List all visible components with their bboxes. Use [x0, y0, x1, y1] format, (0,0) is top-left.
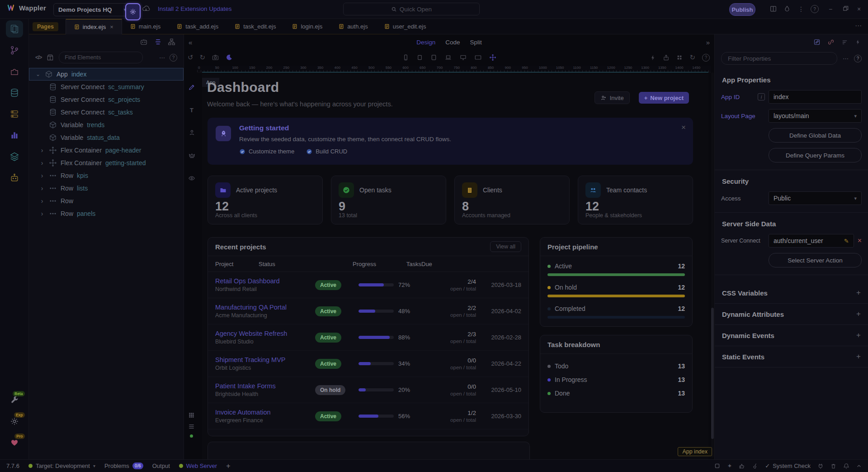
- invite-button[interactable]: Invite: [594, 91, 630, 104]
- split-view-icon[interactable]: [769, 5, 777, 13]
- menu-kebab-icon[interactable]: ⋮: [798, 5, 804, 13]
- tree-chevron-icon[interactable]: [39, 210, 45, 217]
- rail-tools-icon[interactable]: Beta: [6, 391, 23, 409]
- tree-item[interactable]: Server Connect sc_projects: [29, 93, 184, 106]
- web-server-button[interactable]: Web Server: [179, 462, 217, 469]
- tree-item[interactable]: Row lists: [29, 182, 184, 195]
- add-plus-icon[interactable]: +: [856, 331, 861, 340]
- add-panel-icon[interactable]: +: [226, 462, 230, 470]
- trash-icon[interactable]: [830, 463, 836, 469]
- grid-guides-icon[interactable]: [676, 54, 683, 61]
- tree-item[interactable]: Flex Container getting-started: [29, 157, 184, 169]
- canvas-help-icon[interactable]: ?: [702, 54, 710, 62]
- editor-tab[interactable]: auth.ejs: [330, 19, 376, 34]
- tree-view-icon[interactable]: [168, 38, 175, 46]
- rail-git-icon[interactable]: [6, 42, 23, 59]
- settings-gear-button[interactable]: [125, 3, 141, 20]
- list-view-icon[interactable]: [154, 38, 162, 46]
- install-updates-link[interactable]: Install 2 Extension Updates: [158, 5, 232, 12]
- output-button[interactable]: Output: [152, 462, 170, 469]
- feedback-thumb-icon[interactable]: [739, 463, 745, 469]
- edit-pencil-icon[interactable]: [188, 82, 195, 93]
- project-link[interactable]: Invoice Automation: [215, 409, 315, 416]
- dismiss-card-icon[interactable]: ×: [681, 123, 686, 132]
- restore-window-icon[interactable]: [842, 5, 849, 12]
- dark-mode-moon-icon[interactable]: [226, 54, 233, 61]
- more-tabs-icon[interactable]: ⋯: [855, 22, 862, 30]
- actions-bolt-icon[interactable]: [650, 54, 656, 61]
- refresh-icon[interactable]: ↻: [689, 53, 695, 62]
- editor-tab[interactable]: index.ejs ×: [66, 19, 122, 34]
- app-id-input[interactable]: index: [769, 90, 862, 104]
- undo-icon[interactable]: ↺: [188, 53, 193, 62]
- tab-close-icon[interactable]: ×: [110, 24, 113, 30]
- target-selector[interactable]: Target: Development ▾: [28, 462, 95, 469]
- props-section-header[interactable]: Dynamic Attributes +: [715, 304, 868, 325]
- tree-item[interactable]: App index: [29, 68, 184, 81]
- publish-button[interactable]: Publish: [729, 3, 755, 16]
- access-select[interactable]: Public ▾: [769, 191, 862, 205]
- quick-open-button[interactable]: Quick Open: [343, 3, 480, 15]
- filter-properties-input[interactable]: [721, 52, 837, 65]
- rail-experimental-icon[interactable]: Exp: [6, 413, 23, 430]
- collapse-panel-icon[interactable]: «: [189, 38, 192, 46]
- person-tool-icon[interactable]: [189, 127, 195, 138]
- rail-pro-icon[interactable]: Pro: [6, 434, 23, 451]
- find-elements-input[interactable]: [59, 52, 143, 63]
- grid-icon[interactable]: [188, 412, 195, 419]
- server-connect-input[interactable]: auth/current_user ✎: [769, 234, 854, 248]
- device-desktop-icon[interactable]: [459, 54, 467, 61]
- components-package-icon[interactable]: [46, 53, 54, 62]
- checklist-item[interactable]: Customize theme: [239, 148, 294, 155]
- add-plus-icon[interactable]: +: [856, 288, 861, 297]
- plug-icon[interactable]: [817, 463, 824, 469]
- device-tablet-icon[interactable]: [430, 54, 437, 61]
- add-plus-icon[interactable]: +: [856, 310, 861, 319]
- theme-droplet-icon[interactable]: [783, 5, 791, 13]
- project-link[interactable]: Retail Ops Dashboard: [215, 277, 315, 285]
- tree-chevron-icon[interactable]: [39, 172, 45, 179]
- project-link[interactable]: Patient Intake Forms: [215, 382, 315, 390]
- tree-chevron-icon[interactable]: [39, 147, 45, 154]
- minimize-icon[interactable]: −: [829, 5, 832, 13]
- screenshot-camera-icon[interactable]: [212, 54, 219, 61]
- selected-element-badge[interactable]: App index: [678, 447, 712, 456]
- view-all-button[interactable]: View all: [490, 241, 521, 252]
- view-mode-tab[interactable]: Code: [445, 39, 460, 46]
- notifications-bell-icon[interactable]: [843, 463, 849, 469]
- code-view-icon[interactable]: </>: [35, 54, 42, 61]
- project-link[interactable]: Shipment Tracking MVP: [215, 356, 315, 363]
- editor-tab[interactable]: user_edit.ejs: [376, 19, 434, 34]
- props-more-icon[interactable]: ⋯: [843, 55, 849, 62]
- view-mode-tab[interactable]: Design: [416, 39, 435, 46]
- layout-page-select[interactable]: layouts/main ▾: [769, 109, 862, 123]
- expand-panel-icon[interactable]: »: [706, 38, 710, 46]
- tree-item[interactable]: Variable trends: [29, 119, 184, 131]
- device-widescreen-icon[interactable]: [474, 54, 482, 61]
- tree-chevron-icon[interactable]: [35, 71, 41, 77]
- props-section-header[interactable]: CSS Variables +: [715, 282, 868, 304]
- rail-ai-robot-icon[interactable]: [6, 169, 23, 186]
- system-check-button[interactable]: ✓ System Check: [765, 462, 811, 469]
- rail-server-icon[interactable]: [6, 105, 23, 123]
- tree-item[interactable]: Row kpis: [29, 169, 184, 182]
- problems-button[interactable]: Problems 0/6: [104, 462, 143, 469]
- clear-server-action-icon[interactable]: ×: [858, 237, 862, 245]
- rail-database-icon[interactable]: [6, 84, 23, 101]
- editor-tab[interactable]: task_add.ejs: [169, 19, 226, 34]
- device-mobile-landscape-icon[interactable]: [416, 54, 423, 61]
- tree-more-icon[interactable]: ⋯: [159, 54, 165, 61]
- tree-item[interactable]: Server Connect sc_tasks: [29, 106, 184, 119]
- text-tool-icon[interactable]: T: [190, 105, 193, 115]
- new-project-button[interactable]: + New project: [639, 92, 689, 104]
- editor-tab[interactable]: task_edit.ejs: [226, 19, 284, 34]
- tree-help-icon[interactable]: ?: [170, 54, 177, 62]
- chevron-up-icon[interactable]: [856, 463, 862, 469]
- project-selector[interactable]: Demo Projects HQ ▾: [53, 3, 131, 16]
- props-section-header[interactable]: Dynamic Events +: [715, 325, 868, 346]
- tree-item[interactable]: Row panels: [29, 207, 184, 220]
- editor-tab[interactable]: main.ejs: [122, 19, 169, 34]
- responsive-resize-icon[interactable]: [489, 54, 496, 61]
- view-mode-tab[interactable]: Split: [470, 39, 482, 46]
- scrollbar-thumb[interactable]: [711, 308, 714, 439]
